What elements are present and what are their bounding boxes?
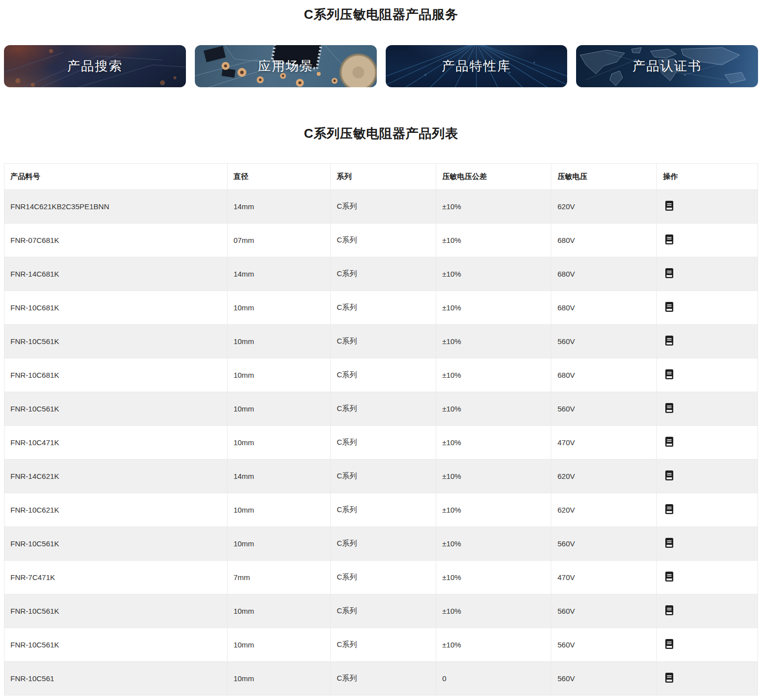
tolerance-cell: ±10% bbox=[436, 358, 551, 392]
tolerance-cell: ±10% bbox=[436, 527, 551, 561]
diameter-cell: 10mm bbox=[227, 291, 330, 325]
table-row: FNR-14C621K14mmC系列±10%620V bbox=[4, 460, 758, 493]
nav-card-product-search[interactable]: 产品搜索 bbox=[4, 45, 186, 87]
tolerance-cell: ±10% bbox=[436, 426, 551, 460]
table-row: FNR-10C681K10mmC系列±10%680V bbox=[4, 291, 758, 325]
nav-card-label: 应用场景 bbox=[258, 58, 313, 75]
part-number-cell: FNR-7C471K bbox=[4, 561, 228, 594]
column-header-voltage-tolerance: 压敏电压公差 bbox=[436, 164, 551, 190]
series-cell: C系列 bbox=[331, 460, 436, 493]
table-row: FNR-10C561K10mmC系列±10%560V bbox=[4, 628, 758, 662]
view-detail-button[interactable] bbox=[665, 436, 674, 447]
tolerance-cell: ±10% bbox=[436, 190, 551, 224]
action-cell bbox=[657, 224, 758, 257]
table-row: FNR-10C561K10mmC系列±10%560V bbox=[4, 594, 758, 628]
diameter-cell: 10mm bbox=[227, 527, 330, 561]
action-cell bbox=[657, 190, 758, 224]
part-number-cell: FNR-14C681K bbox=[4, 257, 228, 291]
product-table: 产品料号直径系列压敏电压公差压敏电压操作 FNR14C621KB2C35PE1B… bbox=[4, 163, 758, 696]
tolerance-cell: 0 bbox=[436, 662, 551, 696]
view-detail-button[interactable] bbox=[665, 605, 674, 616]
tolerance-cell: ±10% bbox=[436, 325, 551, 358]
view-detail-button[interactable] bbox=[665, 403, 674, 413]
view-detail-button[interactable] bbox=[665, 571, 674, 582]
notebook-icon bbox=[665, 234, 674, 245]
table-row: FNR-7C471K7mmC系列±10%470V bbox=[4, 561, 758, 594]
action-cell bbox=[657, 628, 758, 662]
diameter-cell: 10mm bbox=[227, 662, 330, 696]
tolerance-cell: ±10% bbox=[436, 594, 551, 628]
column-header-part-number: 产品料号 bbox=[4, 164, 228, 190]
view-detail-button[interactable] bbox=[665, 504, 674, 515]
nav-card-product-characteristics[interactable]: 产品特性库 bbox=[386, 45, 568, 87]
view-detail-button[interactable] bbox=[665, 200, 674, 211]
view-detail-button[interactable] bbox=[665, 369, 674, 380]
notebook-icon bbox=[665, 504, 674, 515]
tolerance-cell: ±10% bbox=[436, 257, 551, 291]
voltage-cell: 620V bbox=[551, 190, 657, 224]
view-detail-button[interactable] bbox=[665, 537, 674, 548]
diameter-cell: 14mm bbox=[227, 460, 330, 493]
diameter-cell: 7mm bbox=[227, 561, 330, 594]
diameter-cell: 10mm bbox=[227, 392, 330, 426]
table-row: FNR-10C561K10mmC系列±10%560V bbox=[4, 325, 758, 358]
nav-card-application-scenes[interactable]: 应用场景 bbox=[195, 45, 377, 87]
tolerance-cell: ±10% bbox=[436, 224, 551, 257]
voltage-cell: 680V bbox=[551, 358, 657, 392]
series-cell: C系列 bbox=[331, 358, 436, 392]
part-number-cell: FNR-07C681K bbox=[4, 224, 228, 257]
action-cell bbox=[657, 257, 758, 291]
notebook-icon bbox=[665, 537, 674, 548]
action-cell bbox=[657, 392, 758, 426]
voltage-cell: 620V bbox=[551, 460, 657, 493]
voltage-cell: 680V bbox=[551, 224, 657, 257]
tolerance-cell: ±10% bbox=[436, 561, 551, 594]
series-cell: C系列 bbox=[331, 426, 436, 460]
view-detail-button[interactable] bbox=[665, 335, 674, 346]
notebook-icon bbox=[665, 672, 674, 683]
table-row: FNR-07C681K07mmC系列±10%680V bbox=[4, 224, 758, 257]
series-cell: C系列 bbox=[331, 493, 436, 527]
part-number-cell: FNR-10C561K bbox=[4, 527, 228, 561]
nav-card-label: 产品搜索 bbox=[67, 58, 122, 75]
nav-card-product-certificates[interactable]: 产品认证书 bbox=[576, 45, 758, 87]
view-detail-button[interactable] bbox=[665, 672, 674, 683]
column-header-actions: 操作 bbox=[657, 164, 758, 190]
voltage-cell: 560V bbox=[551, 392, 657, 426]
series-cell: C系列 bbox=[331, 594, 436, 628]
view-detail-button[interactable] bbox=[665, 470, 674, 481]
part-number-cell: FNR-10C561K bbox=[4, 392, 228, 426]
part-number-cell: FNR-10C561K bbox=[4, 325, 228, 358]
action-cell bbox=[657, 291, 758, 325]
series-cell: C系列 bbox=[331, 224, 436, 257]
series-cell: C系列 bbox=[331, 325, 436, 358]
notebook-icon bbox=[665, 470, 674, 481]
view-detail-button[interactable] bbox=[665, 301, 674, 312]
notebook-icon bbox=[665, 335, 674, 346]
table-row: FNR-10C56110mmC系列0560V bbox=[4, 662, 758, 696]
action-cell bbox=[657, 594, 758, 628]
view-detail-button[interactable] bbox=[665, 234, 674, 245]
column-header-varistor-voltage: 压敏电压 bbox=[551, 164, 657, 190]
series-cell: C系列 bbox=[331, 190, 436, 224]
tolerance-cell: ±10% bbox=[436, 291, 551, 325]
voltage-cell: 560V bbox=[551, 325, 657, 358]
notebook-icon bbox=[665, 200, 674, 211]
action-cell bbox=[657, 662, 758, 696]
voltage-cell: 470V bbox=[551, 426, 657, 460]
product-table-body: FNR14C621KB2C35PE1BNN14mmC系列±10%620V FNR… bbox=[4, 190, 758, 696]
product-list-title: C系列压敏电阻器产品列表 bbox=[4, 125, 758, 142]
action-cell bbox=[657, 527, 758, 561]
page-title: C系列压敏电阻器产品服务 bbox=[4, 6, 758, 23]
notebook-icon bbox=[665, 639, 674, 649]
part-number-cell: FNR-10C561K bbox=[4, 594, 228, 628]
diameter-cell: 10mm bbox=[227, 628, 330, 662]
view-detail-button[interactable] bbox=[665, 268, 674, 279]
voltage-cell: 560V bbox=[551, 628, 657, 662]
view-detail-button[interactable] bbox=[665, 639, 674, 649]
part-number-cell: FNR-10C621K bbox=[4, 493, 228, 527]
diameter-cell: 10mm bbox=[227, 358, 330, 392]
part-number-cell: FNR14C621KB2C35PE1BNN bbox=[4, 190, 228, 224]
notebook-icon bbox=[665, 403, 674, 413]
part-number-cell: FNR-14C621K bbox=[4, 460, 228, 493]
